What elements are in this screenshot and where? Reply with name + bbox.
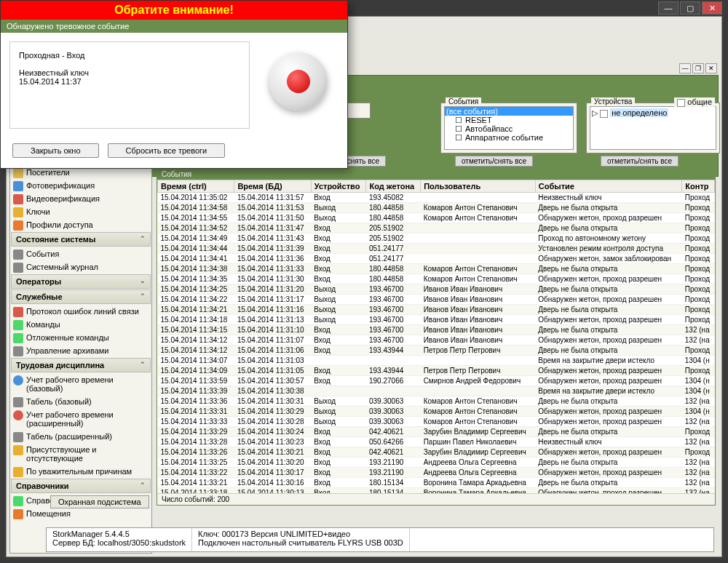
column-header[interactable]: Время (БД) [234, 180, 311, 193]
table-row[interactable]: 15.04.2014 11:34:5215.04.2014 11:31:47Вх… [158, 223, 715, 233]
minimize-button[interactable]: — [658, 1, 678, 15]
chevron-up-icon: ⌃ [140, 482, 146, 490]
table-row[interactable]: 15.04.2014 11:33:3315.04.2014 11:30:28Вы… [158, 417, 715, 427]
sidebar-item[interactable]: Учет рабочего времени (расширенный) [10, 408, 151, 430]
sidebar-group[interactable]: Служебные⌃ [11, 290, 151, 304]
events-panel-title: События [157, 169, 715, 180]
sidebar-item[interactable]: Команды [10, 318, 151, 331]
column-header[interactable]: Устройство [311, 180, 366, 193]
sidebar-item[interactable]: Отложенные команды [10, 331, 151, 344]
event-count: Число событий: 200 [157, 493, 715, 505]
table-row[interactable]: 15.04.2014 11:33:2515.04.2014 11:30:20Вх… [158, 458, 715, 468]
table-row[interactable]: 15.04.2014 11:33:2915.04.2014 11:30:24Вх… [158, 427, 715, 437]
table-row[interactable]: 15.04.2014 11:33:2615.04.2014 11:30:21Вх… [158, 447, 715, 458]
table-row[interactable]: 15.04.2014 11:34:4415.04.2014 11:31:39Вх… [158, 244, 715, 254]
filter-devices-title: Устройства [591, 97, 635, 105]
table-row[interactable]: 15.04.2014 11:34:1815.04.2014 11:31:13Вы… [158, 315, 715, 325]
sidebar-item[interactable]: Профили доступа [10, 218, 151, 231]
toggle-all-3[interactable]: отметить/снять все [601, 156, 678, 167]
sidebar-item[interactable]: Табель (расширенный) [10, 430, 151, 443]
security-subsystem-button[interactable]: Охранная подсистема [50, 495, 149, 508]
table-row[interactable]: 15.04.2014 11:34:4115.04.2014 11:31:36Вх… [158, 254, 715, 264]
sidebar-item[interactable]: Системный журнал [10, 260, 151, 273]
table-row[interactable]: 15.04.2014 11:34:1515.04.2014 11:31:10Вх… [158, 325, 715, 335]
inner-minimize[interactable]: — [679, 63, 691, 73]
table-row[interactable]: 15.04.2014 11:33:2115.04.2014 11:30:16Вх… [158, 478, 715, 488]
column-header[interactable]: Время (ctrl) [158, 180, 234, 193]
devices-tree[interactable]: ▷ не определено [590, 106, 716, 150]
table-row[interactable]: 15.04.2014 11:34:1215.04.2014 11:31:07Вх… [158, 335, 715, 346]
table-row[interactable]: 15.04.2014 11:34:2515.04.2014 11:31:20Вы… [158, 284, 715, 295]
table-row[interactable]: 15.04.2014 11:34:0915.04.2014 11:31:05Вх… [158, 366, 715, 376]
alarm-icon [269, 52, 328, 111]
sidebar-group[interactable]: Операторы⌄ [11, 274, 151, 289]
sidebar-group[interactable]: Трудовая дисциплина⌃ [11, 358, 151, 372]
column-header[interactable]: Пользователь [421, 180, 536, 193]
status-bar: StorkManager 5.4.4.5 Сервер БД: localhos… [46, 527, 714, 552]
filter-devices: Устройства общие ▷ не определено [586, 103, 720, 153]
alert-dialog: Обратите внимание! Обнаружено тревожное … [0, 0, 348, 169]
sidebar-item[interactable]: По уважительным причинам [10, 465, 151, 478]
sidebar-item[interactable]: Ключи [10, 205, 151, 218]
table-row[interactable]: 15.04.2014 11:33:3615.04.2014 11:30:31Вы… [158, 396, 715, 407]
table-row[interactable]: 15.04.2014 11:34:4915.04.2014 11:31:43Вх… [158, 233, 715, 244]
events-listbox[interactable]: (все события) RESET Автобайпасс Аппаратн… [444, 106, 574, 150]
column-header[interactable]: Событие [535, 180, 682, 193]
table-row[interactable]: 15.04.2014 11:34:1215.04.2014 11:31:06Вх… [158, 346, 715, 356]
status-app: StorkManager 5.4.4.5 [52, 530, 186, 538]
table-row[interactable]: 15.04.2014 11:34:3515.04.2014 11:31:30Вх… [158, 274, 715, 284]
table-row[interactable]: 15.04.2014 11:33:5915.04.2014 11:30:57Вх… [158, 376, 715, 386]
table-row[interactable]: 15.04.2014 11:34:5515.04.2014 11:31:50Вы… [158, 213, 715, 223]
sidebar-group[interactable]: Состояние системы⌃ [11, 232, 151, 247]
common-checkbox[interactable] [677, 99, 685, 107]
chevron-up-icon: ⌃ [140, 361, 146, 370]
sidebar-item[interactable]: Фотоверификация [10, 179, 151, 192]
maximize-button[interactable]: ▢ [680, 1, 700, 15]
sidebar-item[interactable]: Управление архивами [10, 344, 151, 357]
table-row[interactable]: 15.04.2014 11:34:2215.04.2014 11:31:17Вы… [158, 295, 715, 305]
table-row[interactable]: 15.04.2014 11:34:3815.04.2014 11:31:33Вх… [158, 264, 715, 274]
status-reader: Подключен настольный считыватель FLYRS U… [198, 538, 403, 547]
alert-message: Проходная - Вход Неизвестный ключ 15.04.… [9, 41, 250, 129]
sidebar-item[interactable]: Протокол ошибок линий связи [10, 305, 151, 318]
alert-close-button[interactable]: Закрыть окно [12, 143, 99, 158]
sidebar-item[interactable]: Табель (базовый) [10, 395, 151, 408]
table-row[interactable]: 15.04.2014 11:35:0215.04.2014 11:31:57Вх… [158, 193, 715, 203]
chevron-down-icon: ⌄ [140, 277, 146, 286]
chevron-up-icon: ⌃ [140, 292, 146, 301]
table-row[interactable]: 15.04.2014 11:33:3915.04.2014 11:30:38Вр… [158, 386, 715, 396]
sidebar-item[interactable]: Присутствующие и отсутствующие [10, 443, 151, 465]
sidebar-item[interactable]: Видеоверификация [10, 192, 151, 205]
sidebar-group[interactable]: Справочники⌃ [11, 479, 151, 493]
events-table-scroll[interactable]: Время (ctrl)Время (БД)УстройствоКод жето… [157, 180, 715, 493]
sidebar-item[interactable]: Помещения [10, 507, 151, 520]
table-row[interactable]: 15.04.2014 11:33:1815.04.2014 11:30:13Вх… [158, 488, 715, 494]
table-row[interactable]: 15.04.2014 11:33:2215.04.2014 11:30:17Вх… [158, 468, 715, 478]
events-table: Время (ctrl)Время (БД)УстройствоКод жето… [157, 180, 715, 493]
inner-restore[interactable]: ❐ [692, 63, 704, 73]
alert-subtitle: Обнаружено тревожное событие [1, 20, 347, 33]
chevron-up-icon: ⌃ [140, 235, 146, 244]
events-panel: События Время (ctrl)Время (БД)Устройство… [157, 168, 716, 506]
filter-events-title: События [446, 97, 481, 105]
status-key: Ключ: 000173 Версия UNLIMITED+видео [198, 530, 403, 538]
sidebar-item[interactable]: События [10, 247, 151, 260]
table-row[interactable]: 15.04.2014 11:34:0715.04.2014 11:31:03Вр… [158, 356, 715, 366]
close-button[interactable]: ✕ [702, 1, 722, 15]
status-server: Сервер БД: localhost/3050:skudstork [52, 538, 186, 547]
toggle-all-2[interactable]: отметить/снять все [455, 156, 533, 167]
table-row[interactable]: 15.04.2014 11:34:2115.04.2014 11:31:16Вы… [158, 305, 715, 315]
sidebar-item[interactable]: Учет рабочего времени (базовый) [10, 373, 151, 395]
filter-events: События (все события) RESET Автобайпасс … [440, 103, 577, 153]
table-row[interactable]: 15.04.2014 11:33:3115.04.2014 11:30:29Вы… [158, 407, 715, 417]
table-row[interactable]: 15.04.2014 11:33:2815.04.2014 11:30:23Вх… [158, 437, 715, 447]
column-header[interactable]: Контр [682, 180, 715, 193]
table-row[interactable]: 15.04.2014 11:34:5815.04.2014 11:31:53Вы… [158, 203, 715, 213]
alert-title: Обратите внимание! [1, 1, 347, 20]
alert-reset-button[interactable]: Сбросить все тревоги [108, 143, 226, 158]
inner-close[interactable]: ✕ [705, 63, 717, 73]
column-header[interactable]: Код жетона [366, 180, 421, 193]
